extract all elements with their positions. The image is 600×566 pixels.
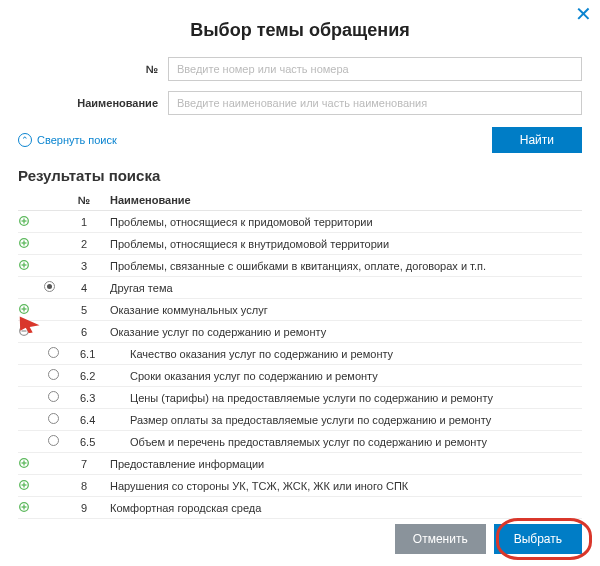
collapse-search-link[interactable]: ⌃ Свернуть поиск [18,133,117,147]
row-number: 6.1 [64,348,104,360]
row-name: Качество оказания услуг по содержанию и … [104,348,582,360]
table-row[interactable]: 5Оказание коммунальных услуг [18,299,582,321]
row-number: 6.5 [64,436,104,448]
table-row-child[interactable]: 6.4Размер оплаты за предоставляемые услу… [18,409,582,431]
table-row[interactable]: 8Нарушения со стороны УК, ТСЖ, ЖСК, ЖК и… [18,475,582,497]
name-input[interactable] [168,91,582,115]
chevron-up-icon: ⌃ [18,133,32,147]
table-row[interactable]: 6Оказание услуг по содержанию и ремонту [18,321,582,343]
cancel-button[interactable]: Отменить [395,524,486,554]
radio-option[interactable] [48,347,59,358]
radio-option[interactable] [48,369,59,380]
row-number: 1 [64,216,104,228]
row-name: Сроки оказания услуг по содержанию и рем… [104,370,582,382]
modal: ✕ Выбор темы обращения № Наименование ⌃ … [0,0,600,537]
row-number: 4 [64,282,104,294]
form-row-name: Наименование [18,91,582,115]
table-row[interactable]: 2Проблемы, относящиеся к внутридомовой т… [18,233,582,255]
table-row-child[interactable]: 6.1Качество оказания услуг по содержанию… [18,343,582,365]
expand-icon[interactable] [18,501,30,513]
radio-option[interactable] [48,413,59,424]
find-button[interactable]: Найти [492,127,582,153]
row-name: Оказание услуг по содержанию и ремонту [104,326,582,338]
row-name: Размер оплаты за предоставляемые услуги … [104,414,582,426]
form-row-number: № [18,57,582,81]
modal-title: Выбор темы обращения [18,20,582,41]
collapse-icon[interactable] [18,325,30,337]
number-label: № [18,63,168,75]
row-name: Предоставление информации [104,458,582,470]
row-number: 6.4 [64,414,104,426]
row-name: Другая тема [104,282,582,294]
row-name: Объем и перечень предоставляемых услуг п… [104,436,582,448]
row-number: 6.2 [64,370,104,382]
radio-option[interactable] [48,391,59,402]
row-name: Проблемы, относящиеся к придомовой терри… [104,216,582,228]
results-title: Результаты поиска [18,167,582,184]
footer: Отменить Выбрать [395,524,582,554]
expand-icon[interactable] [18,215,30,227]
number-input[interactable] [168,57,582,81]
col-header-name: Наименование [104,194,582,206]
col-header-num: № [64,194,104,206]
row-name: Оказание коммунальных услуг [104,304,582,316]
table-row[interactable]: 3Проблемы, связанные с ошибками в квитан… [18,255,582,277]
expand-icon[interactable] [18,479,30,491]
table-row-child[interactable]: 6.3Цены (тарифы) на предоставляемые услу… [18,387,582,409]
row-name: Проблемы, относящиеся к внутридомовой те… [104,238,582,250]
close-icon[interactable]: ✕ [575,4,592,24]
row-number: 2 [64,238,104,250]
row-name: Комфортная городская среда [104,502,582,514]
table-row-child[interactable]: 6.2Сроки оказания услуг по содержанию и … [18,365,582,387]
table-header: № Наименование [18,190,582,211]
row-number: 5 [64,304,104,316]
row-number: 8 [64,480,104,492]
table-row[interactable]: 9Комфортная городская среда [18,497,582,519]
expand-icon[interactable] [18,303,30,315]
collapse-label: Свернуть поиск [37,134,117,146]
search-actions: ⌃ Свернуть поиск Найти [18,127,582,153]
expand-icon[interactable] [18,237,30,249]
row-name: Цены (тарифы) на предоставляемые услуги … [104,392,582,404]
expand-icon[interactable] [18,457,30,469]
name-label: Наименование [18,97,168,109]
row-name: Нарушения со стороны УК, ТСЖ, ЖСК, ЖК ил… [104,480,582,492]
table-row-child[interactable]: 6.5Объем и перечень предоставляемых услу… [18,431,582,453]
results-body: 1Проблемы, относящиеся к придомовой терр… [18,211,582,519]
radio-option[interactable] [44,281,55,292]
row-number: 3 [64,260,104,272]
row-number: 6 [64,326,104,338]
row-name: Проблемы, связанные с ошибками в квитанц… [104,260,582,272]
select-button[interactable]: Выбрать [494,524,582,554]
expand-icon[interactable] [18,259,30,271]
table-row[interactable]: 7Предоставление информации [18,453,582,475]
row-number: 9 [64,502,104,514]
table-row[interactable]: 1Проблемы, относящиеся к придомовой терр… [18,211,582,233]
row-number: 7 [64,458,104,470]
row-number: 6.3 [64,392,104,404]
table-row[interactable]: 4Другая тема [18,277,582,299]
radio-option[interactable] [48,435,59,446]
